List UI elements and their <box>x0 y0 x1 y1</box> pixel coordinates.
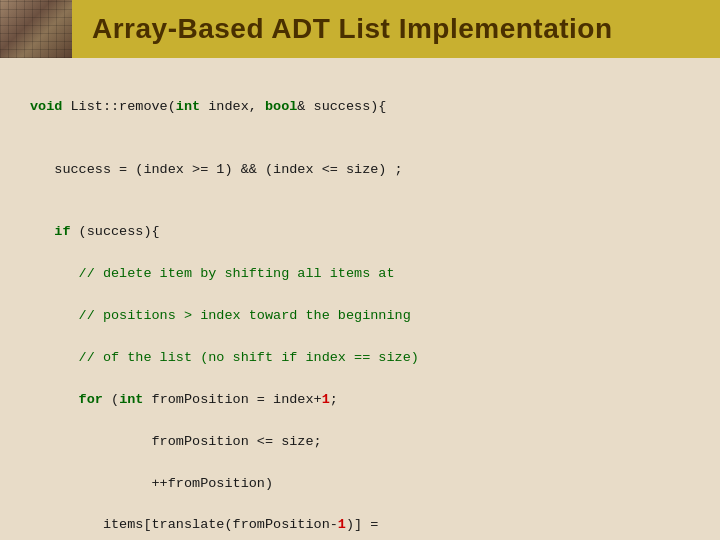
code-line-6: // delete item by shifting all items at <box>30 264 690 285</box>
code-line-8: // of the list (no shift if index == siz… <box>30 348 690 369</box>
slide: Array-Based ADT List Implementation void… <box>0 0 720 540</box>
code-line-10: fromPosition <= size; <box>30 432 690 453</box>
code-line-12: items[translate(fromPosition-1)] = <box>30 515 690 536</box>
logo <box>0 0 72 58</box>
code-line-7: // positions > index toward the beginnin… <box>30 306 690 327</box>
header-title-wrapper: Array-Based ADT List Implementation <box>72 13 720 45</box>
code-line-5: if (success){ <box>30 222 690 243</box>
code-line-1: void List::remove(int index, bool& succe… <box>30 97 690 118</box>
code-block: void List::remove(int index, bool& succe… <box>30 76 690 540</box>
code-line-9: for (int fromPosition = index+1; <box>30 390 690 411</box>
slide-content: void List::remove(int index, bool& succe… <box>0 58 720 540</box>
code-line-11: ++fromPosition) <box>30 474 690 495</box>
slide-header: Array-Based ADT List Implementation <box>0 0 720 58</box>
logo-grid <box>0 0 72 58</box>
slide-title: Array-Based ADT List Implementation <box>92 13 613 44</box>
code-line-3: success = (index >= 1) && (index <= size… <box>30 160 690 181</box>
